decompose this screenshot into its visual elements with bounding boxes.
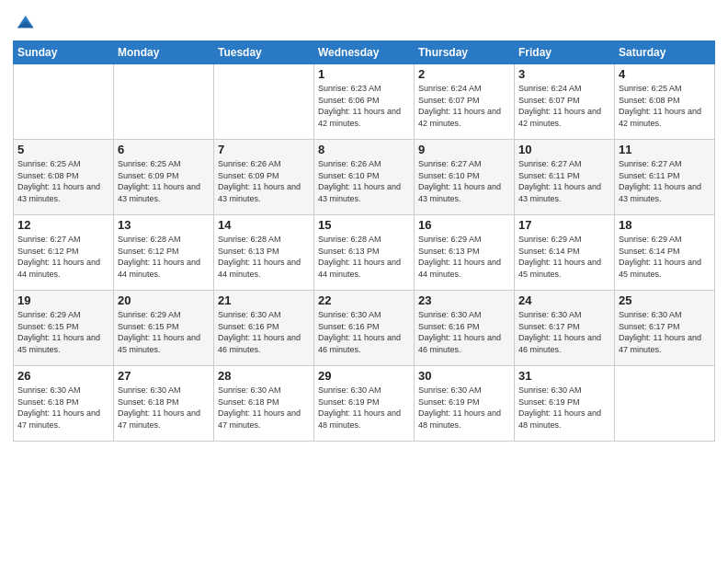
- day-cell-18: 18Sunrise: 6:29 AMSunset: 6:14 PMDayligh…: [615, 215, 715, 291]
- day-info: Sunrise: 6:29 AMSunset: 6:15 PMDaylight:…: [118, 309, 210, 355]
- day-info: Sunrise: 6:30 AMSunset: 6:19 PMDaylight:…: [318, 385, 410, 431]
- day-cell-17: 17Sunrise: 6:29 AMSunset: 6:14 PMDayligh…: [515, 215, 615, 291]
- day-cell-2: 2Sunrise: 6:24 AMSunset: 6:07 PMDaylight…: [415, 64, 515, 140]
- weekday-header-wednesday: Wednesday: [314, 41, 415, 64]
- day-number: 15: [318, 218, 410, 232]
- day-number: 17: [518, 218, 610, 232]
- day-info: Sunrise: 6:28 AMSunset: 6:13 PMDaylight:…: [218, 234, 310, 280]
- day-info: Sunrise: 6:30 AMSunset: 6:16 PMDaylight:…: [418, 309, 510, 355]
- day-cell-26: 26Sunrise: 6:30 AMSunset: 6:18 PMDayligh…: [14, 366, 114, 442]
- day-number: 13: [118, 218, 210, 232]
- day-cell-7: 7Sunrise: 6:26 AMSunset: 6:09 PMDaylight…: [214, 140, 314, 215]
- day-info: Sunrise: 6:30 AMSunset: 6:19 PMDaylight:…: [518, 385, 610, 431]
- day-number: 31: [518, 369, 610, 383]
- day-info: Sunrise: 6:30 AMSunset: 6:16 PMDaylight:…: [218, 309, 310, 355]
- day-cell-11: 11Sunrise: 6:27 AMSunset: 6:11 PMDayligh…: [615, 140, 715, 215]
- day-number: 3: [518, 67, 610, 81]
- empty-cell: [114, 64, 214, 140]
- day-number: 1: [318, 67, 410, 81]
- weekday-header-sunday: Sunday: [14, 41, 114, 64]
- header: [13, 9, 715, 33]
- day-info: Sunrise: 6:25 AMSunset: 6:08 PMDaylight:…: [619, 83, 711, 129]
- day-number: 29: [318, 369, 410, 383]
- day-cell-27: 27Sunrise: 6:30 AMSunset: 6:18 PMDayligh…: [114, 366, 214, 442]
- day-cell-8: 8Sunrise: 6:26 AMSunset: 6:10 PMDaylight…: [314, 140, 415, 215]
- day-number: 11: [619, 143, 711, 156]
- logo-icon: [15, 13, 35, 33]
- day-number: 14: [218, 218, 310, 232]
- day-number: 21: [218, 293, 310, 307]
- day-cell-10: 10Sunrise: 6:27 AMSunset: 6:11 PMDayligh…: [515, 140, 615, 215]
- day-cell-16: 16Sunrise: 6:29 AMSunset: 6:13 PMDayligh…: [415, 215, 515, 291]
- day-number: 16: [418, 218, 510, 232]
- day-info: Sunrise: 6:28 AMSunset: 6:12 PMDaylight:…: [118, 234, 210, 280]
- day-number: 10: [518, 143, 610, 156]
- day-info: Sunrise: 6:27 AMSunset: 6:10 PMDaylight:…: [418, 158, 510, 204]
- day-number: 18: [619, 218, 711, 232]
- day-info: Sunrise: 6:27 AMSunset: 6:11 PMDaylight:…: [518, 158, 610, 204]
- weekday-header-thursday: Thursday: [415, 41, 515, 64]
- day-cell-3: 3Sunrise: 6:24 AMSunset: 6:07 PMDaylight…: [515, 64, 615, 140]
- day-info: Sunrise: 6:29 AMSunset: 6:14 PMDaylight:…: [619, 234, 711, 280]
- day-cell-1: 1Sunrise: 6:23 AMSunset: 6:06 PMDaylight…: [314, 64, 415, 140]
- day-cell-21: 21Sunrise: 6:30 AMSunset: 6:16 PMDayligh…: [214, 291, 314, 366]
- day-info: Sunrise: 6:30 AMSunset: 6:19 PMDaylight:…: [418, 385, 510, 431]
- empty-cell: [14, 64, 114, 140]
- day-number: 26: [17, 369, 109, 383]
- day-cell-28: 28Sunrise: 6:30 AMSunset: 6:18 PMDayligh…: [214, 366, 314, 442]
- day-cell-12: 12Sunrise: 6:27 AMSunset: 6:12 PMDayligh…: [14, 215, 114, 291]
- day-number: 22: [318, 293, 410, 307]
- day-number: 7: [218, 143, 310, 156]
- day-number: 20: [118, 293, 210, 307]
- page: SundayMondayTuesdayWednesdayThursdayFrid…: [0, 0, 728, 563]
- day-info: Sunrise: 6:26 AMSunset: 6:10 PMDaylight:…: [318, 158, 410, 204]
- day-info: Sunrise: 6:30 AMSunset: 6:18 PMDaylight:…: [17, 385, 109, 431]
- day-number: 25: [619, 293, 711, 307]
- day-info: Sunrise: 6:30 AMSunset: 6:17 PMDaylight:…: [619, 309, 711, 355]
- day-number: 12: [17, 218, 109, 232]
- day-cell-14: 14Sunrise: 6:28 AMSunset: 6:13 PMDayligh…: [214, 215, 314, 291]
- day-info: Sunrise: 6:23 AMSunset: 6:06 PMDaylight:…: [318, 83, 410, 129]
- day-info: Sunrise: 6:27 AMSunset: 6:12 PMDaylight:…: [17, 234, 109, 280]
- weekday-header-friday: Friday: [515, 41, 615, 64]
- day-cell-20: 20Sunrise: 6:29 AMSunset: 6:15 PMDayligh…: [114, 291, 214, 366]
- day-number: 9: [418, 143, 510, 156]
- day-number: 2: [418, 67, 510, 81]
- weekday-header-saturday: Saturday: [615, 41, 715, 64]
- day-cell-24: 24Sunrise: 6:30 AMSunset: 6:17 PMDayligh…: [515, 291, 615, 366]
- day-info: Sunrise: 6:29 AMSunset: 6:13 PMDaylight:…: [418, 234, 510, 280]
- day-info: Sunrise: 6:30 AMSunset: 6:17 PMDaylight:…: [518, 309, 610, 355]
- day-cell-9: 9Sunrise: 6:27 AMSunset: 6:10 PMDaylight…: [415, 140, 515, 215]
- week-row-3: 19Sunrise: 6:29 AMSunset: 6:15 PMDayligh…: [14, 291, 715, 366]
- day-cell-4: 4Sunrise: 6:25 AMSunset: 6:08 PMDaylight…: [615, 64, 715, 140]
- day-info: Sunrise: 6:29 AMSunset: 6:14 PMDaylight:…: [518, 234, 610, 280]
- week-row-4: 26Sunrise: 6:30 AMSunset: 6:18 PMDayligh…: [14, 366, 715, 442]
- day-info: Sunrise: 6:30 AMSunset: 6:18 PMDaylight:…: [118, 385, 210, 431]
- empty-cell: [214, 64, 314, 140]
- day-info: Sunrise: 6:24 AMSunset: 6:07 PMDaylight:…: [418, 83, 510, 129]
- day-number: 27: [118, 369, 210, 383]
- day-info: Sunrise: 6:24 AMSunset: 6:07 PMDaylight:…: [518, 83, 610, 129]
- day-info: Sunrise: 6:30 AMSunset: 6:18 PMDaylight:…: [218, 385, 310, 431]
- week-row-2: 12Sunrise: 6:27 AMSunset: 6:12 PMDayligh…: [14, 215, 715, 291]
- day-cell-23: 23Sunrise: 6:30 AMSunset: 6:16 PMDayligh…: [415, 291, 515, 366]
- day-cell-30: 30Sunrise: 6:30 AMSunset: 6:19 PMDayligh…: [415, 366, 515, 442]
- day-info: Sunrise: 6:26 AMSunset: 6:09 PMDaylight:…: [218, 158, 310, 204]
- day-number: 30: [418, 369, 510, 383]
- day-number: 24: [518, 293, 610, 307]
- day-number: 23: [418, 293, 510, 307]
- day-number: 5: [17, 143, 109, 156]
- weekday-header-row: SundayMondayTuesdayWednesdayThursdayFrid…: [14, 41, 715, 64]
- day-cell-25: 25Sunrise: 6:30 AMSunset: 6:17 PMDayligh…: [615, 291, 715, 366]
- day-cell-13: 13Sunrise: 6:28 AMSunset: 6:12 PMDayligh…: [114, 215, 214, 291]
- day-info: Sunrise: 6:25 AMSunset: 6:09 PMDaylight:…: [118, 158, 210, 204]
- day-info: Sunrise: 6:29 AMSunset: 6:15 PMDaylight:…: [17, 309, 109, 355]
- day-cell-31: 31Sunrise: 6:30 AMSunset: 6:19 PMDayligh…: [515, 366, 615, 442]
- day-cell-15: 15Sunrise: 6:28 AMSunset: 6:13 PMDayligh…: [314, 215, 415, 291]
- day-cell-22: 22Sunrise: 6:30 AMSunset: 6:16 PMDayligh…: [314, 291, 415, 366]
- day-info: Sunrise: 6:27 AMSunset: 6:11 PMDaylight:…: [619, 158, 711, 204]
- empty-cell: [615, 366, 715, 442]
- logo: [13, 13, 35, 33]
- day-number: 4: [619, 67, 711, 81]
- weekday-header-monday: Monday: [114, 41, 214, 64]
